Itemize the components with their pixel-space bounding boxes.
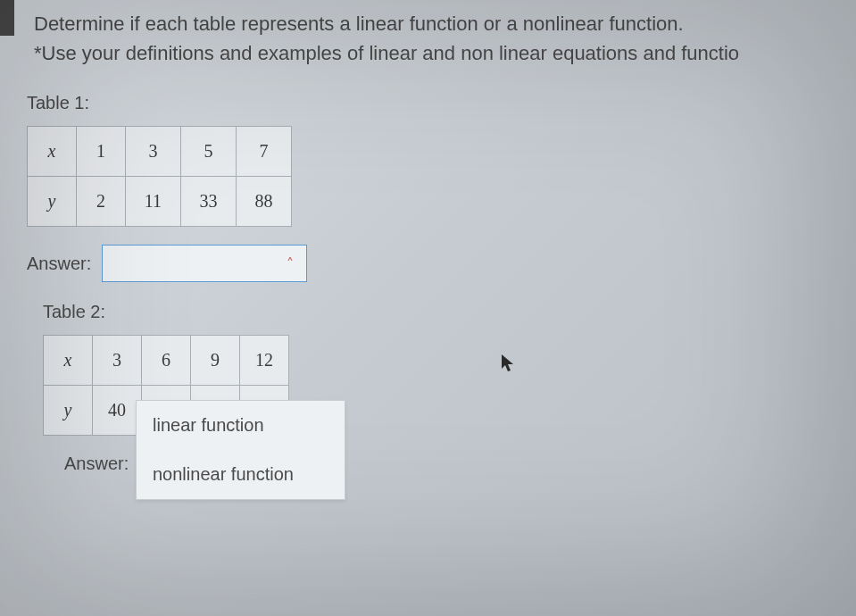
table-row: x 1 3 5 7 <box>28 127 292 177</box>
table1: x 1 3 5 7 y 2 11 33 88 <box>27 126 292 227</box>
table1-cell: 7 <box>237 127 292 177</box>
table1-x-var: x <box>28 127 77 177</box>
table1-cell: 1 <box>77 127 126 177</box>
table2-x-var: x <box>44 336 93 386</box>
table2-cell: 9 <box>191 336 240 386</box>
table1-label: Table 1: <box>27 93 856 113</box>
table1-cell: 5 <box>181 127 237 177</box>
answer1-dropdown[interactable]: ˄ <box>102 245 307 282</box>
table1-cell: 3 <box>126 127 181 177</box>
table1-y-var: y <box>28 177 77 227</box>
table2-cell: 40 <box>93 386 142 436</box>
answer2-label: Answer: <box>64 454 129 474</box>
table1-cell: 2 <box>77 177 126 227</box>
question-number-tab <box>0 0 14 36</box>
dropdown-options-list: linear function nonlinear function <box>136 400 345 500</box>
table2-y-var: y <box>44 386 93 436</box>
table1-cell: 11 <box>126 177 181 227</box>
chevron-up-icon: ˄ <box>287 255 294 272</box>
dropdown-option-linear[interactable]: linear function <box>137 401 345 450</box>
table2-cell: 3 <box>93 336 142 386</box>
table1-cell: 88 <box>237 177 292 227</box>
table2-cell: 6 <box>142 336 191 386</box>
table1-cell: 33 <box>181 177 237 227</box>
question-line1: Determine if each table represents a lin… <box>34 12 684 35</box>
table2-label: Table 2: <box>43 302 856 322</box>
table2-cell: 12 <box>240 336 289 386</box>
question-line2: *Use your definitions and examples of li… <box>34 42 739 64</box>
table-row: y 2 11 33 88 <box>28 177 292 227</box>
question-prompt: Determine if each table represents a lin… <box>34 9 856 68</box>
table-row: x 3 6 9 12 <box>44 336 289 386</box>
dropdown-option-nonlinear[interactable]: nonlinear function <box>137 450 345 499</box>
answer1-label: Answer: <box>27 254 91 274</box>
cursor-icon <box>500 353 516 379</box>
